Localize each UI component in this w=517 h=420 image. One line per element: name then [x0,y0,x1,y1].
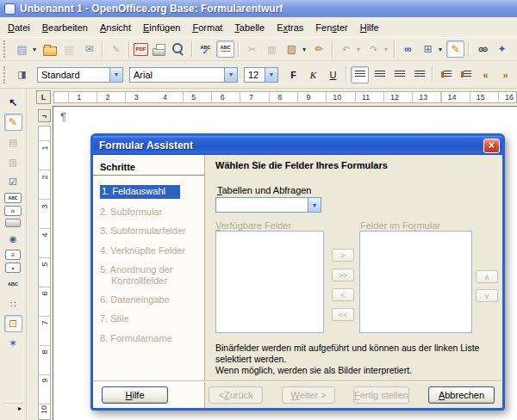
numbered-list-button[interactable] [437,66,455,83]
toolbar-grip[interactable] [3,40,9,58]
ruler-number: 1 [65,93,93,102]
toolbar-grip[interactable] [3,66,9,83]
cut-button: ✂ [243,40,261,58]
option-button-control-button[interactable]: ◉ [4,230,22,247]
align-right-button[interactable] [390,66,408,83]
field-reorder-buttons: ∧∨ [476,270,496,308]
toolbar-separator [332,41,333,58]
dialog-titlebar[interactable]: Formular Assistent × [93,136,502,155]
menu-tabelle[interactable]: Tabelle [228,20,271,35]
menu-fenster[interactable]: Fenster [309,20,353,35]
wizard-step: 6. Dateneingabe [100,294,201,306]
toolbar-overflow-button[interactable]: ▸ [2,403,24,413]
menu-extras[interactable]: Extras [271,20,309,35]
increase-indent-button[interactable]: » [496,66,514,83]
insert-table-dropdown[interactable]: ▾ [436,40,445,58]
checkbox-control-button[interactable]: ☑ [4,173,22,190]
ruler-number: 12 [380,93,408,102]
field-transfer-buttons: >>><<< [332,249,354,328]
window-titlebar[interactable]: Unbenannt 1 - OpenOffice.org Base: Formu… [0,0,517,17]
paste-button[interactable]: ▧ [283,40,301,58]
paragraph-style-combo[interactable]: Standard ▾ [37,67,123,83]
tab-stop-selector[interactable]: L [36,90,51,104]
find-button[interactable]: ⊙⊙ [473,40,491,58]
new-document-button[interactable]: ▤ [13,40,31,58]
align-left-button[interactable] [351,66,369,83]
export-pdf-button[interactable]: PDF [134,43,148,56]
vertical-ruler[interactable]: 12345678910 [38,126,51,420]
select-button[interactable]: ↖ [4,94,22,111]
toolbar-separator [128,41,130,58]
email-button[interactable]: ✉ [80,40,98,58]
decrease-indent-button[interactable]: « [477,66,495,83]
cancel-button[interactable]: Abbrechen [428,386,495,404]
ruler-number: 13 [409,93,438,102]
menu-bar: DateiBearbeitenAnsichtEinfügenFormatTabe… [0,17,517,37]
styles-button[interactable]: ◨ [13,66,31,83]
page-preview-button[interactable] [170,40,188,58]
font-name-combo[interactable]: Arial ▾ [129,67,238,83]
insert-table-button[interactable]: ⊞ [419,40,437,58]
wizard-step: 3. Subformularfelder [100,225,201,237]
listbox-control-button[interactable]: ≡ [5,250,21,260]
tables-queries-combo[interactable]: ▾ [215,197,321,213]
chevron-down-icon[interactable]: ▾ [308,198,321,212]
window-title: Unbenannt 1 - OpenOffice.org Base: Formu… [20,3,283,15]
wizards-toggle-button[interactable]: ✶ [4,335,22,352]
spellcheck-button[interactable]: ABC [196,40,215,58]
ruler-number: 16 [495,93,517,102]
underline-button[interactable]: U [324,66,342,83]
ruler-number: 10 [323,93,352,102]
wizard-step[interactable]: 1. Feldauswahl [100,185,180,199]
bullet-list-button[interactable] [457,66,475,83]
chevron-down-icon[interactable]: ▾ [109,68,122,82]
push-button-control-button[interactable] [5,219,21,227]
wizard-step: 7. Stile [100,313,201,324]
menu-format[interactable]: Format [186,20,228,35]
paragraph-style-value: Standard [38,70,109,80]
help-button[interactable]: Hilfe [102,386,168,404]
horizontal-ruler[interactable]: 12345678910111213141516 [53,91,517,103]
save-button: ▦ [60,40,78,58]
chevron-down-icon[interactable]: ▾ [265,68,277,82]
menu-hilfe[interactable]: Hilfe [354,20,385,35]
move-up-button: ∧ [476,270,498,283]
design-mode-toggle-button[interactable]: ✎ [4,114,22,131]
move-down-button: ∨ [476,289,498,302]
ruler-number: 7 [237,93,265,102]
menu-bearbeiten[interactable]: Bearbeiten [36,20,94,35]
available-fields-list[interactable] [215,231,324,333]
chevron-down-icon[interactable]: ▾ [224,68,237,82]
bold-button[interactable]: F [284,66,302,83]
menu-datei[interactable]: Datei [2,20,36,35]
ruler-number: 9 [38,379,51,383]
gallery-button[interactable]: ◫ [513,40,517,58]
close-icon[interactable]: × [483,139,500,153]
hyperlink-button[interactable]: ∞ [399,40,417,58]
menu-ansicht[interactable]: Ansicht [94,20,137,35]
italic-button[interactable]: K [304,66,322,83]
label-field-button[interactable]: ABC [4,275,22,293]
tab-type-selector[interactable]: ¬ [38,109,51,122]
more-controls-button[interactable]: ∷ [4,295,22,312]
menu-einfuegen[interactable]: Einfügen [137,20,186,35]
combobox-control-button[interactable]: ▾ [5,262,21,273]
form-design-button[interactable]: ⊡ [4,315,22,332]
design-mode-button[interactable]: ✎ [446,40,464,58]
textbox-control-button[interactable]: ABC [4,193,22,203]
ruler-number: 3 [122,93,151,102]
form-fields-list[interactable] [359,231,472,333]
open-button[interactable] [40,40,59,58]
font-size-combo[interactable]: 12 ▾ [244,67,278,83]
justify-button[interactable] [410,66,428,83]
format-paintbrush-button[interactable]: ✏ [310,40,328,58]
undo-button: ↶ [337,40,355,58]
wizard-step: 4. Verknüpfte Felder [100,245,201,256]
paste-dropdown[interactable]: ▾ [300,40,308,58]
navigator-button[interactable]: ✦ [493,40,511,58]
autospellcheck-button[interactable]: ABC [216,40,234,58]
new-document-dropdown[interactable]: ▾ [30,40,39,58]
print-button[interactable] [150,40,168,58]
align-center-button[interactable] [371,66,389,83]
formatted-field-button[interactable]: ¤ [4,206,22,216]
